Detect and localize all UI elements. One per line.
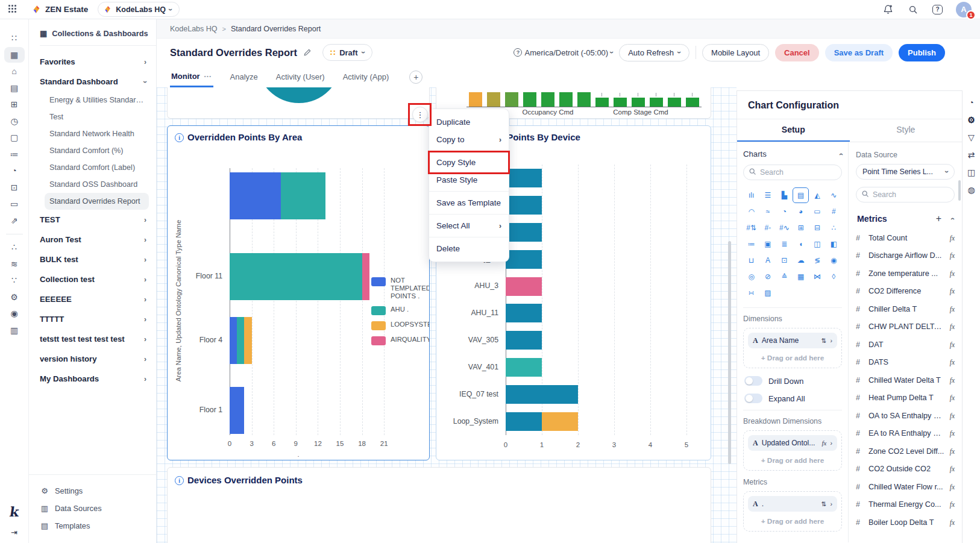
bar-segment[interactable] (506, 331, 542, 350)
notifications-bell-icon[interactable] (882, 4, 894, 16)
bar-chart-icon[interactable]: ılı (743, 187, 759, 203)
sidebar-item-standard-overrides-report[interactable]: Standard Overrides Report (45, 193, 149, 210)
formula-icon[interactable]: fx (822, 439, 827, 447)
edit-pencil-icon[interactable] (303, 48, 312, 57)
number-icon[interactable]: # (826, 204, 842, 219)
table-icon[interactable]: ⊞ (793, 220, 809, 236)
bar-segment[interactable] (506, 277, 542, 296)
dimension-chip-area-name[interactable]: AArea Name⇅› (748, 333, 837, 348)
charts-search-input[interactable] (743, 165, 842, 180)
area-chart-icon[interactable]: ◠ (743, 204, 759, 219)
search-icon[interactable] (907, 4, 919, 16)
sidebar-group-collection-test[interactable]: Collection test› (40, 269, 151, 289)
scorecard-icon[interactable]: ▭ (809, 204, 825, 219)
sidebar-item-standard-network-health[interactable]: Standard Network Health (45, 125, 149, 142)
number-sort-icon[interactable]: #⇅ (743, 220, 759, 236)
notes-icon[interactable]: ▭ (4, 196, 25, 212)
sidebar-item-standard-comfort-label[interactable]: Standard Comfort (Label) (45, 159, 149, 176)
multi-line-chart-icon[interactable]: ≈ (759, 204, 776, 219)
reference-book-icon[interactable]: ◫ (967, 168, 975, 177)
save-as-draft-button[interactable]: Save as Draft (825, 44, 893, 61)
pie-chart-icon[interactable]: ◔ (776, 204, 793, 219)
formula-icon[interactable]: fx (950, 306, 955, 313)
grid-widget-icon[interactable]: ▦ (793, 269, 809, 284)
menu-item-delete[interactable]: Delete (429, 240, 509, 257)
chevron-up-icon[interactable]: › (837, 153, 845, 155)
bar-segment[interactable] (542, 412, 578, 431)
number-dot-icon[interactable]: #◦ (759, 220, 776, 236)
config-tab-style[interactable]: Style (850, 119, 963, 142)
breakdown-chip-updated-ontology[interactable]: AUpdated Ontol...fx› (748, 435, 837, 451)
org-switcher[interactable]: KodeLabs HQ › (98, 2, 180, 17)
row-lines-icon[interactable]: ☰ (759, 187, 776, 203)
sidebar-item-energy-utilities-standard[interactable]: Energy & Utilities Standard ... (45, 92, 149, 108)
sidebar-group-favorites[interactable]: Favorites› (40, 52, 151, 72)
metric-item-oa-to-sa-enthalpy-d[interactable]: #OA to SA Enthalpy D...fx (856, 407, 955, 425)
sidebar-group-ttttt[interactable]: TTTTT› (40, 309, 151, 329)
label-icon[interactable]: A (759, 253, 776, 268)
formula-icon[interactable]: fx (950, 448, 955, 455)
layers-icon[interactable]: ≋ (4, 256, 25, 272)
report-pie-icon[interactable]: ◔ (4, 163, 25, 178)
bar-segment[interactable] (237, 317, 244, 364)
image-widget-icon[interactable]: ▣ (759, 236, 776, 252)
canvas-scrollbar[interactable] (728, 241, 731, 464)
formula-icon[interactable]: fx (950, 377, 955, 384)
progress-icon[interactable]: ≔ (743, 236, 759, 252)
menu-item-save-as-template[interactable]: Save as Template (429, 194, 509, 212)
sidebar-group-test[interactable]: TEST› (40, 210, 151, 230)
metric-item-zone-temperature[interactable]: #Zone temperature ...fx (856, 265, 955, 283)
dimensions-dropzone[interactable]: AArea Name⇅› + Drag or add here (743, 328, 842, 368)
bar-segment[interactable] (506, 250, 542, 269)
config-tab-setup[interactable]: Setup (737, 119, 850, 142)
metric-item-boiler-loop-delta-t[interactable]: #Boiler Loop Delta Tfx (856, 513, 955, 532)
gauge-icon[interactable]: ◖ (793, 236, 809, 252)
sidebar-footer-templates[interactable]: ▤Templates (40, 517, 156, 535)
broadcast-icon[interactable]: ◉ (4, 306, 25, 321)
auto-refresh-dropdown[interactable]: Auto Refresh › (619, 44, 689, 61)
sidebar-group-version-history[interactable]: version history› (40, 349, 151, 369)
menu-item-copy-to[interactable]: Copy to› (429, 131, 509, 148)
histogram-icon[interactable]: ◭ (809, 187, 825, 203)
metric-item-dats[interactable]: #DATSfx (856, 354, 955, 372)
app-grid-icon[interactable] (8, 5, 18, 14)
metric-item-co2-outside-co2[interactable]: #CO2 Outside CO2fx (856, 460, 955, 479)
panel-scrollbar[interactable] (958, 180, 961, 201)
metrics-dropzone[interactable]: A.⇅› + Drag or add here (743, 491, 842, 532)
metric-chip[interactable]: A.⇅› (748, 496, 837, 512)
metric-item-co2-difference[interactable]: #CO2 Differencefx (856, 283, 955, 301)
legend-item[interactable]: AIRQUALITY . (371, 336, 430, 345)
sidebar-item-standard-comfort[interactable]: Standard Comfort (%) (45, 142, 149, 159)
formula-icon[interactable]: fx (950, 287, 955, 295)
bar-segment[interactable] (506, 223, 542, 242)
status-dropdown[interactable]: ∷ Draft › (322, 44, 372, 61)
sidebar-item-test[interactable]: Test (45, 108, 149, 125)
legend-item[interactable]: LOOPSYSTEM . (371, 321, 430, 330)
metric-item-chilled-water-flow-r[interactable]: #Chilled Water Flow r...fx (856, 478, 955, 496)
info-icon[interactable]: i (175, 476, 184, 485)
bar-segment[interactable] (506, 358, 542, 377)
metric-item-discharge-airflow-d[interactable]: #Discharge Airflow D...fx (856, 247, 955, 265)
menu-item-paste-style[interactable]: Paste Style (429, 171, 509, 189)
filter-icon[interactable]: ▽ (968, 133, 975, 142)
team-icon[interactable]: ∵ (4, 272, 25, 288)
device-monitor-icon[interactable]: ▥ (4, 322, 25, 338)
automation-icon[interactable]: ⚙ (4, 289, 25, 305)
formula-icon[interactable]: fx (950, 323, 955, 330)
building-insights-icon[interactable]: ⌂ (4, 63, 25, 79)
formula-icon[interactable]: fx (950, 234, 955, 242)
pivot-table-icon[interactable]: ⊟ (809, 220, 825, 236)
menu-item-select-all[interactable]: Select All› (429, 217, 509, 234)
formula-icon[interactable]: fx (950, 483, 955, 491)
join-icon[interactable]: ⋈ (809, 269, 825, 284)
legend-item[interactable]: NOT TEMPLATED POINTS . (371, 277, 430, 300)
tab-activity-app[interactable]: Activity (App) (342, 67, 391, 86)
add-metric-icon[interactable]: + (936, 213, 941, 224)
info-icon[interactable]: i (175, 133, 184, 142)
chevron-up-icon[interactable]: › (948, 218, 956, 220)
tab-analyze[interactable]: Analyze (229, 67, 259, 86)
bar-segment[interactable] (362, 253, 369, 300)
sort-icon[interactable]: ⇅ (821, 500, 827, 507)
metrics-search-input[interactable] (856, 187, 955, 202)
calendar-widget-icon[interactable]: ⊡ (776, 253, 793, 268)
